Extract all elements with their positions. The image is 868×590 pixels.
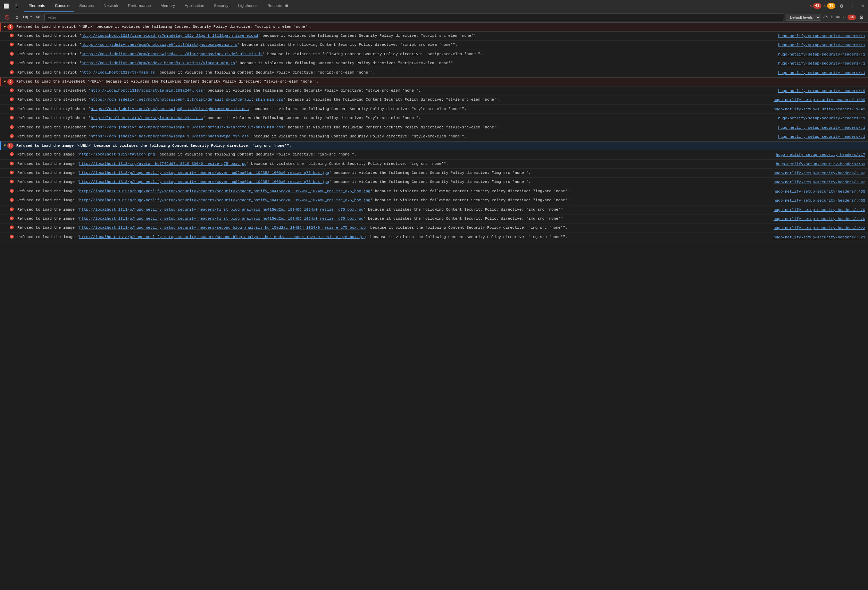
source-file-link[interactable]: hugo-netlify-setup-security-headers/:1 — [777, 70, 868, 76]
source-file-link[interactable]: hugo-netlify-setup-security-headers/:1 — [777, 42, 868, 49]
source-file-link[interactable]: hugo-netlify-setup-security-headers/:1 — [777, 125, 868, 131]
error-url-link[interactable]: https://cdn.jsdelivr.net/npm/photoswipe@… — [91, 134, 249, 139]
more-options-icon[interactable]: ⋮ — [848, 2, 856, 10]
table-row[interactable]: ✕Refused to load the image 'http://local… — [0, 233, 868, 242]
tab-application[interactable]: Application — [180, 0, 209, 12]
table-row[interactable]: ✕Refused to load the script 'https://cdn… — [0, 41, 868, 50]
error-url-link[interactable]: http://localhost:1313/p/hugo-netlify-set… — [79, 208, 363, 212]
error-url-link[interactable]: http://localhost:1313/scss/style.min.263… — [91, 116, 203, 120]
source-file-link[interactable]: hugo-netlify-setup-security-headers/:470 — [772, 216, 868, 223]
error-url-link[interactable]: https://cdn.jsdelivr.net/npm/photoswipe@… — [81, 43, 238, 47]
tab-recorder[interactable]: Recorder ⏺ — [263, 0, 294, 12]
source-file-link[interactable]: hugo-netlify-setup-security-headers/:470 — [772, 207, 868, 214]
source-file-link[interactable]: hugo-netlify-setup-security-headers/:1 — [777, 33, 868, 40]
table-row[interactable]: ✕Refused to load the stylesheet 'https:/… — [0, 96, 868, 105]
table-row[interactable]: ✕Refused to load the stylesheet 'http://… — [0, 114, 868, 123]
source-file-link[interactable]: hugo-netlify-setup-security-headers/:83 — [775, 161, 868, 168]
tab-performance[interactable]: Performance — [123, 0, 156, 12]
error-circle-icon: ✕ — [10, 106, 14, 113]
settings-icon[interactable]: ⚙ — [837, 2, 846, 10]
error-url-link[interactable]: http://localhost:1313/p/hugo-netlify-set… — [79, 180, 329, 184]
table-row[interactable]: ✕Refused to load the stylesheet 'http://… — [0, 86, 868, 96]
tab-bar-left-icons: ⬜ 📱 — [1, 2, 22, 10]
filter-input[interactable] — [44, 13, 784, 21]
error-url-link[interactable]: http://localhost:1313/p/hugo-netlify-set… — [79, 189, 370, 193]
error-url-link[interactable]: http://localhost:1313/ts/main.js — [81, 71, 155, 75]
table-row[interactable]: ✕Refused to load the stylesheet 'https:/… — [0, 132, 868, 141]
table-row[interactable]: ✕Refused to load the image 'http://local… — [0, 160, 868, 169]
error-message: Refused to load the stylesheet 'https://… — [16, 124, 777, 131]
error-url-link[interactable]: http://localhost:1313/scss/style.min.263… — [91, 88, 203, 93]
source-file-link[interactable]: hugo-netlify-setup-security-headers/:9 — [777, 88, 868, 94]
error-url-link[interactable]: https://cdn.jsdelivr.net/npm/photoswipe@… — [81, 52, 263, 56]
source-file-link[interactable]: hugo-netlify-setup-security-headers/:17 — [775, 152, 868, 158]
close-devtools-icon[interactable]: ✕ — [859, 2, 867, 10]
error-url-link[interactable]: http://localhost:1313/livereload.js?mind… — [81, 34, 258, 38]
error-message: Refused to load the image 'http://localh… — [16, 170, 772, 177]
error-url-link[interactable]: http://localhost:1313/p/hugo-netlify-set… — [79, 226, 366, 230]
source-file-link[interactable]: hugo-netlify-setup-security-headers/:455 — [772, 198, 868, 204]
error-url-link[interactable]: https://cdn.jsdelivr.net/npm/photoswipe@… — [91, 107, 249, 111]
source-file-link[interactable]: hugo-netlify-setup-security-headers/:1 — [777, 60, 868, 67]
table-row[interactable]: ✕Refused to load the script 'http://loca… — [0, 32, 868, 41]
source-file-link[interactable]: hugo-netlify-setup-security-headers/:623 — [772, 225, 868, 232]
error-url-link[interactable]: https://cdn.jsdelivr.net/npm/photoswipe@… — [91, 125, 283, 130]
table-row[interactable]: ✕Refused to load the script 'https://cdn… — [0, 50, 868, 59]
table-row[interactable]: ✕Refused to load the stylesheet 'https:/… — [0, 123, 868, 132]
table-row[interactable]: ✕Refused to load the stylesheet 'https:/… — [0, 105, 868, 114]
issues-settings-icon[interactable]: ⚙ — [858, 14, 865, 21]
source-file-link[interactable]: hugo-netlify-setup-security-headers/:1 — [777, 52, 868, 58]
console-area[interactable]: ▼5Refused to load the script '<URL>' bec… — [0, 22, 868, 590]
tab-elements[interactable]: Elements — [24, 0, 50, 12]
source-file-link[interactable]: hugo-netlify-setup-security-headers/:362 — [772, 170, 868, 177]
source-file-link[interactable]: hugo-netlify-setup-security-headers/:1 — [777, 115, 868, 122]
error-url-link[interactable]: http://localhost:1313/favicon.png — [79, 152, 155, 156]
group-header-1[interactable]: ▼6Refused to load the stylesheet '<URL>'… — [0, 77, 868, 86]
eye-icon[interactable]: 👁 — [34, 13, 42, 21]
svg-text:✕: ✕ — [11, 162, 13, 165]
table-row[interactable]: ✕Refused to load the image 'http://local… — [0, 214, 868, 224]
error-url-link[interactable]: http://localhost:1313/p/hugo-netlify-set… — [79, 171, 329, 175]
source-file-link[interactable]: hugo-netlify-setup-security-headers/:1 — [777, 134, 868, 140]
svg-text:✕: ✕ — [11, 62, 13, 65]
source-file-link[interactable]: hugo-netlify-setup-security-headers/:455 — [772, 189, 868, 195]
source-file-link[interactable]: hugo-netlify-setup-s…urity-headers/:1042 — [772, 106, 868, 113]
error-url-link[interactable]: http://localhost:1313/p/hugo-netlify-set… — [79, 198, 370, 202]
filter-toggle-button[interactable]: ⊘ — [13, 14, 21, 21]
error-message: Refused to load the image 'http://localh… — [16, 160, 775, 168]
devtools-toggle-icon[interactable]: ⬜ — [1, 2, 11, 10]
tab-memory[interactable]: Memory — [155, 0, 180, 12]
error-url-link[interactable]: http://localhost:1313/p/hugo-netlify-set… — [79, 235, 366, 239]
error-url-link[interactable]: https://cdn.jsdelivr.net/npm/photoswipe@… — [91, 97, 283, 102]
group-count-badge: 6 — [7, 79, 13, 85]
table-row[interactable]: ✕Refused to load the image 'http://local… — [0, 196, 868, 205]
error-url-link[interactable]: http://localhost:1313/p/hugo-netlify-set… — [79, 217, 363, 221]
source-file-link[interactable]: hugo-netlify-setup-security-headers/:362 — [772, 179, 868, 186]
error-message: Refused to load the script 'http://local… — [16, 32, 777, 40]
tab-lighthouse[interactable]: Lighthouse — [233, 0, 263, 12]
clear-console-button[interactable]: 🚫 — [3, 14, 12, 21]
table-row[interactable]: ✕Refused to load the image 'http://local… — [0, 169, 868, 178]
table-row[interactable]: ✕Refused to load the script 'https://cdn… — [0, 59, 868, 68]
table-row[interactable]: ✕Refused to load the image 'http://local… — [0, 187, 868, 196]
table-row[interactable]: ✕Refused to load the image 'http://local… — [0, 150, 868, 159]
tab-network[interactable]: Network — [99, 0, 123, 12]
group-header-0[interactable]: ▼5Refused to load the script '<URL>' bec… — [0, 22, 868, 32]
group-count-badge: 25 — [7, 143, 13, 149]
device-toolbar-icon[interactable]: 📱 — [12, 2, 22, 10]
error-url-link[interactable]: http://localhost:1313/img/avatar_hu7749d… — [79, 162, 247, 166]
error-circle-icon: ✕ — [10, 170, 14, 177]
log-level-select[interactable]: Default levels — [786, 14, 821, 21]
tab-security[interactable]: Security — [209, 0, 233, 12]
table-row[interactable]: ✕Refused to load the image 'http://local… — [0, 205, 868, 214]
tab-console[interactable]: Console — [50, 0, 74, 12]
error-message: Refused to load the image 'http://localh… — [16, 151, 775, 158]
error-url-link[interactable]: https://cdn.jsdelivr.net/npm/node-vibran… — [81, 61, 235, 65]
group-header-2[interactable]: ▼25Refused to load the image '<URL>' bec… — [0, 141, 868, 150]
source-file-link[interactable]: hugo-netlify-setup-security-headers/:623 — [772, 234, 868, 241]
tab-sources[interactable]: Sources — [74, 0, 99, 12]
table-row[interactable]: ✕Refused to load the image 'http://local… — [0, 178, 868, 187]
table-row[interactable]: ✕Refused to load the script 'http://loca… — [0, 68, 868, 77]
source-file-link[interactable]: hugo-netlify-setup-s…urity-headers/:1039 — [772, 97, 868, 103]
table-row[interactable]: ✕Refused to load the image 'http://local… — [0, 224, 868, 233]
